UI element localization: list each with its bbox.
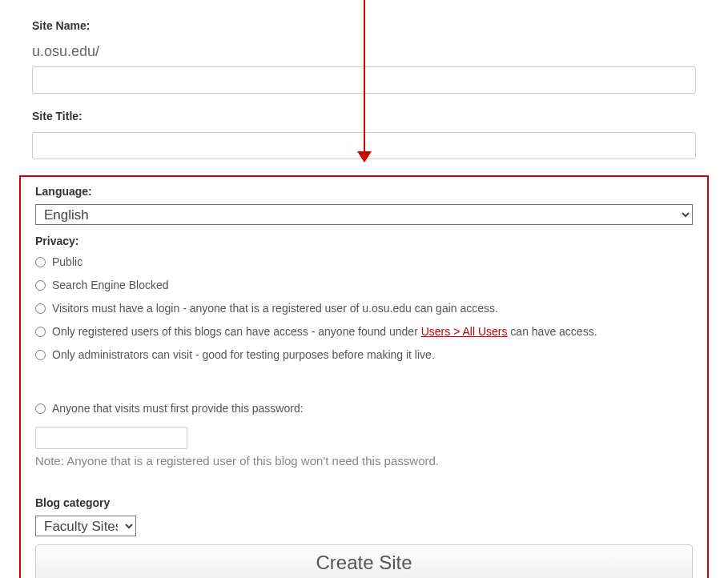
privacy-radio-password[interactable] bbox=[35, 403, 46, 414]
privacy-radio-login-required[interactable] bbox=[35, 303, 46, 314]
privacy-registered-post: can have access. bbox=[507, 325, 597, 338]
privacy-option-search-blocked: Search Engine Blocked bbox=[52, 277, 169, 294]
blog-category-label: Blog category bbox=[35, 496, 693, 509]
privacy-option-registered-only: Only registered users of this blogs can … bbox=[52, 323, 597, 340]
privacy-radio-admins-only[interactable] bbox=[35, 350, 46, 360]
create-site-button[interactable]: Create Site bbox=[35, 544, 693, 578]
privacy-option-password: Anyone that visits must first provide th… bbox=[52, 400, 304, 417]
highlighted-section: Language: English Privacy: Public Search… bbox=[19, 175, 709, 578]
privacy-radio-registered-only[interactable] bbox=[35, 327, 46, 337]
privacy-password-note: Note: Anyone that is a registered user o… bbox=[35, 454, 693, 468]
annotation-arrow-head-icon bbox=[357, 151, 372, 163]
annotation-arrow-line bbox=[364, 0, 365, 156]
privacy-label: Privacy: bbox=[35, 235, 693, 247]
language-label: Language: bbox=[35, 185, 693, 198]
blog-category-select[interactable]: Faculty Sites bbox=[35, 516, 136, 536]
language-select[interactable]: English bbox=[35, 204, 693, 225]
privacy-password-input[interactable] bbox=[35, 427, 187, 449]
privacy-option-public: Public bbox=[52, 254, 82, 271]
users-all-users-link[interactable]: Users > All Users bbox=[421, 325, 508, 338]
privacy-radio-public[interactable] bbox=[35, 257, 46, 267]
privacy-registered-pre: Only registered users of this blogs can … bbox=[52, 325, 421, 338]
privacy-option-admins-only: Only administrators can visit - good for… bbox=[52, 347, 435, 363]
privacy-option-login-required: Visitors must have a login - anyone that… bbox=[52, 300, 498, 317]
privacy-radio-search-blocked[interactable] bbox=[35, 280, 46, 291]
